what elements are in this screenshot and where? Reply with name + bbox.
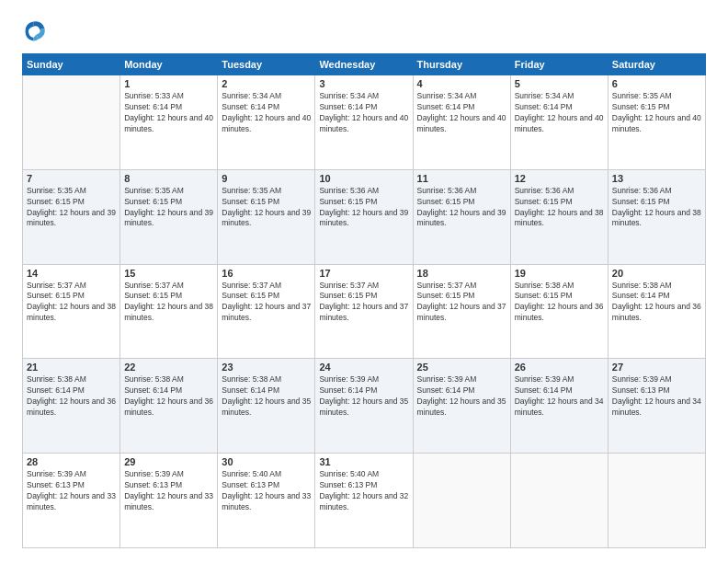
day-number: 30 [222,456,311,467]
calendar-cell: 29Sunrise: 5:39 AMSunset: 6:13 PMDayligh… [120,454,218,548]
day-info: Sunrise: 5:36 AMSunset: 6:15 PMDaylight:… [515,186,604,230]
day-info: Sunrise: 5:35 AMSunset: 6:15 PMDaylight:… [222,186,311,230]
day-number: 15 [124,268,213,279]
day-number: 7 [27,173,116,184]
calendar-cell: 3Sunrise: 5:34 AMSunset: 6:14 PMDaylight… [315,75,413,170]
weekday-header: Monday [120,54,218,75]
day-number: 21 [27,362,116,373]
day-info: Sunrise: 5:36 AMSunset: 6:15 PMDaylight:… [319,186,408,230]
day-info: Sunrise: 5:39 AMSunset: 6:13 PMDaylight:… [27,469,116,513]
day-number: 26 [515,362,604,373]
day-number: 9 [222,173,311,184]
calendar-cell: 22Sunrise: 5:38 AMSunset: 6:14 PMDayligh… [120,359,218,454]
calendar-cell [608,454,705,548]
calendar-cell: 7Sunrise: 5:35 AMSunset: 6:15 PMDaylight… [23,169,120,264]
calendar-cell: 27Sunrise: 5:39 AMSunset: 6:13 PMDayligh… [608,359,705,454]
logo-icon [22,18,48,44]
day-info: Sunrise: 5:38 AMSunset: 6:14 PMDaylight:… [124,374,213,419]
day-number: 6 [612,78,701,89]
day-info: Sunrise: 5:36 AMSunset: 6:15 PMDaylight:… [612,186,701,230]
calendar-cell: 5Sunrise: 5:34 AMSunset: 6:14 PMDaylight… [510,75,608,170]
calendar-cell [413,454,510,548]
calendar-cell: 11Sunrise: 5:36 AMSunset: 6:15 PMDayligh… [413,169,510,264]
day-info: Sunrise: 5:38 AMSunset: 6:15 PMDaylight:… [515,281,604,325]
header [22,18,706,44]
day-info: Sunrise: 5:38 AMSunset: 6:14 PMDaylight:… [222,374,311,419]
day-number: 13 [612,173,701,184]
calendar-cell [510,454,608,548]
calendar-cell: 18Sunrise: 5:37 AMSunset: 6:15 PMDayligh… [413,264,510,359]
day-info: Sunrise: 5:33 AMSunset: 6:14 PMDaylight:… [124,91,213,135]
day-number: 16 [222,268,311,279]
day-number: 20 [612,268,701,279]
calendar-cell: 19Sunrise: 5:38 AMSunset: 6:15 PMDayligh… [510,264,608,359]
day-info: Sunrise: 5:39 AMSunset: 6:13 PMDaylight:… [612,374,701,419]
day-number: 5 [515,78,604,89]
calendar-cell: 25Sunrise: 5:39 AMSunset: 6:14 PMDayligh… [413,359,510,454]
day-number: 3 [319,78,408,89]
day-info: Sunrise: 5:34 AMSunset: 6:14 PMDaylight:… [515,91,604,135]
day-info: Sunrise: 5:40 AMSunset: 6:13 PMDaylight:… [319,469,408,513]
calendar-cell: 13Sunrise: 5:36 AMSunset: 6:15 PMDayligh… [608,169,705,264]
calendar-cell: 30Sunrise: 5:40 AMSunset: 6:13 PMDayligh… [218,454,315,548]
day-number: 14 [27,268,116,279]
day-info: Sunrise: 5:39 AMSunset: 6:14 PMDaylight:… [319,374,408,419]
calendar-cell: 9Sunrise: 5:35 AMSunset: 6:15 PMDaylight… [218,169,315,264]
day-number: 19 [515,268,604,279]
weekday-header: Wednesday [315,54,413,75]
day-info: Sunrise: 5:37 AMSunset: 6:15 PMDaylight:… [27,281,116,325]
weekday-header: Thursday [413,54,510,75]
weekday-header: Tuesday [218,54,315,75]
day-number: 25 [417,362,506,373]
day-number: 29 [124,456,213,467]
day-info: Sunrise: 5:36 AMSunset: 6:15 PMDaylight:… [417,186,506,230]
day-number: 8 [124,173,213,184]
day-info: Sunrise: 5:37 AMSunset: 6:15 PMDaylight:… [222,281,311,325]
calendar-table: SundayMondayTuesdayWednesdayThursdayFrid… [22,53,706,548]
day-info: Sunrise: 5:35 AMSunset: 6:15 PMDaylight:… [612,91,701,135]
day-number: 1 [124,78,213,89]
day-number: 18 [417,268,506,279]
day-info: Sunrise: 5:35 AMSunset: 6:15 PMDaylight:… [124,186,213,230]
weekday-header: Friday [510,54,608,75]
logo [22,18,51,44]
day-info: Sunrise: 5:34 AMSunset: 6:14 PMDaylight:… [417,91,506,135]
day-number: 17 [319,268,408,279]
calendar-cell: 8Sunrise: 5:35 AMSunset: 6:15 PMDaylight… [120,169,218,264]
day-number: 10 [319,173,408,184]
day-number: 2 [222,78,311,89]
calendar-cell: 12Sunrise: 5:36 AMSunset: 6:15 PMDayligh… [510,169,608,264]
calendar-cell: 21Sunrise: 5:38 AMSunset: 6:14 PMDayligh… [23,359,120,454]
day-number: 27 [612,362,701,373]
calendar-cell: 2Sunrise: 5:34 AMSunset: 6:14 PMDaylight… [218,75,315,170]
calendar-cell: 16Sunrise: 5:37 AMSunset: 6:15 PMDayligh… [218,264,315,359]
day-number: 28 [27,456,116,467]
day-info: Sunrise: 5:37 AMSunset: 6:15 PMDaylight:… [319,281,408,325]
day-info: Sunrise: 5:34 AMSunset: 6:14 PMDaylight:… [319,91,408,135]
day-number: 11 [417,173,506,184]
day-number: 4 [417,78,506,89]
day-info: Sunrise: 5:38 AMSunset: 6:14 PMDaylight:… [612,281,701,325]
day-info: Sunrise: 5:39 AMSunset: 6:14 PMDaylight:… [417,374,506,419]
day-info: Sunrise: 5:37 AMSunset: 6:15 PMDaylight:… [124,281,213,325]
day-info: Sunrise: 5:39 AMSunset: 6:13 PMDaylight:… [124,469,213,513]
calendar-cell: 14Sunrise: 5:37 AMSunset: 6:15 PMDayligh… [23,264,120,359]
weekday-header: Sunday [23,54,120,75]
calendar-cell: 23Sunrise: 5:38 AMSunset: 6:14 PMDayligh… [218,359,315,454]
day-info: Sunrise: 5:35 AMSunset: 6:15 PMDaylight:… [27,186,116,230]
day-number: 31 [319,456,408,467]
calendar-cell: 17Sunrise: 5:37 AMSunset: 6:15 PMDayligh… [315,264,413,359]
day-number: 24 [319,362,408,373]
calendar-cell: 31Sunrise: 5:40 AMSunset: 6:13 PMDayligh… [315,454,413,548]
page: SundayMondayTuesdayWednesdayThursdayFrid… [0,0,728,563]
day-info: Sunrise: 5:34 AMSunset: 6:14 PMDaylight:… [222,91,311,135]
calendar-cell: 28Sunrise: 5:39 AMSunset: 6:13 PMDayligh… [23,454,120,548]
day-info: Sunrise: 5:37 AMSunset: 6:15 PMDaylight:… [417,281,506,325]
calendar-cell: 20Sunrise: 5:38 AMSunset: 6:14 PMDayligh… [608,264,705,359]
day-info: Sunrise: 5:40 AMSunset: 6:13 PMDaylight:… [222,469,311,513]
day-info: Sunrise: 5:38 AMSunset: 6:14 PMDaylight:… [27,374,116,419]
calendar-cell: 10Sunrise: 5:36 AMSunset: 6:15 PMDayligh… [315,169,413,264]
calendar-cell: 26Sunrise: 5:39 AMSunset: 6:14 PMDayligh… [510,359,608,454]
calendar-cell: 6Sunrise: 5:35 AMSunset: 6:15 PMDaylight… [608,75,705,170]
calendar-cell: 15Sunrise: 5:37 AMSunset: 6:15 PMDayligh… [120,264,218,359]
